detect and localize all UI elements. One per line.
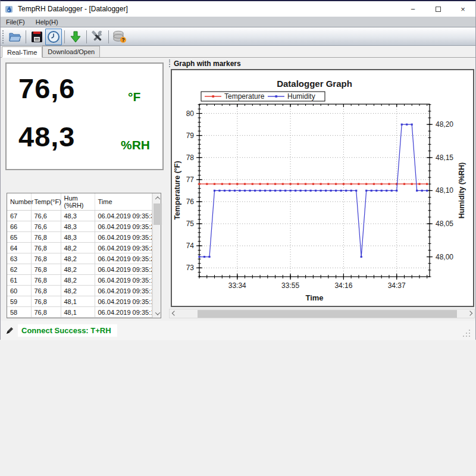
svg-text:77: 77 [186,176,195,184]
svg-text:76: 76 [186,198,195,206]
table-row[interactable]: 6076,848,206.04.2019 09:35:16 [7,286,152,296]
graph-box: Datalogger Graph737475767778798048,0048,… [171,69,474,307]
scroll-up-button[interactable] [153,193,162,202]
table-header-row: NumberTemp(°F)Hum (%RH)Time [7,193,152,211]
svg-text:33:34: 33:34 [228,281,246,290]
table-cell: 48,3 [61,232,95,243]
download-button[interactable] [67,29,84,45]
menu-file[interactable]: File(F) [1,17,30,27]
table-cell: 67 [7,211,31,221]
table-column-header[interactable]: Time [95,193,152,211]
table-row[interactable]: 5876,848,106.04.2019 09:35:12 [7,307,152,318]
table-cell: 48,2 [61,264,95,275]
humidity-unit: %RH [121,138,150,152]
table-cell: 48,2 [61,275,95,286]
save-button[interactable] [29,29,45,45]
table-cell: 58 [7,307,31,318]
window-title: TempRH Datalogger - [Datalogger] [18,5,128,13]
svg-text:Humidity: Humidity [287,92,315,101]
scroll-down-button[interactable] [153,309,162,318]
data-table: NumberTemp(°F)Hum (%RH)Time 6776,648,306… [7,193,161,318]
temperature-value: 76,6 [18,72,75,105]
table-scrollbar[interactable] [152,193,161,318]
graph-panel-header: Graph with markers [169,59,241,68]
database-question-icon: ? [112,30,127,44]
tools-button[interactable] [89,29,106,45]
table-cell: 06.04.2019 09:35:16 [95,286,152,296]
toolbar-grip[interactable] [2,30,4,43]
table-cell: 06.04.2019 09:35:23 [95,253,152,264]
svg-text:80: 80 [186,109,195,118]
table-cell: 76,8 [31,307,61,318]
humidity-value: 48,3 [18,120,75,153]
resize-grip-icon[interactable] [464,330,471,337]
table-row[interactable]: 6676,648,306.04.2019 09:35:29 [7,221,152,232]
table-cell: 66 [7,221,31,232]
table-row[interactable]: 6276,848,206.04.2019 09:35:21 [7,264,152,275]
menu-help[interactable]: Help(H) [30,17,64,27]
table-cell: 06.04.2019 09:35:14 [95,296,152,307]
table-cell: 06.04.2019 09:35:29 [95,221,152,232]
device-query-button[interactable]: ? [111,29,128,45]
minimize-button[interactable]: − [400,1,425,17]
close-button[interactable]: × [450,1,475,17]
table-cell: 48,3 [61,221,95,232]
svg-text:79: 79 [186,131,195,140]
maximize-icon [436,7,441,12]
table-cell: 48,1 [61,296,95,307]
open-file-button[interactable] [7,29,23,45]
table-cell: 06.04.2019 09:35:31 [95,211,152,221]
tools-icon [90,30,105,44]
toolbar-separator [26,30,26,43]
graph-scrollbar-thumb[interactable] [198,310,457,318]
svg-text:78: 78 [186,154,195,162]
chevron-up-icon [155,196,159,201]
table-body: 6776,648,306.04.2019 09:35:316676,648,30… [7,211,152,318]
table-cell: 64 [7,243,31,253]
toolbar-separator [86,30,87,43]
table-row[interactable]: 6776,648,306.04.2019 09:35:31 [7,211,152,221]
menu-bar: File(F) Help(H) [1,17,475,27]
time-button[interactable] [45,29,62,45]
table-cell: 06.04.2019 09:35:21 [95,264,152,275]
svg-text:?: ? [121,37,124,43]
table-cell: 61 [7,275,31,286]
tab-real-time[interactable]: Real-Time [2,46,42,58]
tab-download-open[interactable]: Download/Open [42,46,100,57]
svg-text:48,05: 48,05 [436,220,453,228]
table-cell: 76,8 [31,275,61,286]
table-row[interactable]: 6476,848,206.04.2019 09:35:25 [7,243,152,253]
maximize-button[interactable] [425,1,450,17]
chevron-right-icon [467,311,472,315]
table-column-header[interactable]: Number [7,193,31,211]
graph-panel-grip[interactable] [169,60,171,67]
table-row[interactable]: 6376,848,206.04.2019 09:35:23 [7,253,152,264]
table-cell: 48,1 [61,307,95,318]
chevron-down-icon [155,310,159,315]
svg-text:48,10: 48,10 [436,186,453,195]
status-message: Connect Success: T+RH [18,324,117,337]
table-cell: 60 [7,286,31,296]
graph-scrollbar[interactable] [169,309,475,318]
table-cell: 06.04.2019 09:35:27 [95,232,152,243]
table-cell: 62 [7,264,31,275]
table-column-header[interactable]: Temp(°F) [31,193,61,211]
chevron-left-icon [171,311,176,315]
table-scrollbar-thumb[interactable] [154,203,162,225]
pen-icon [5,326,14,335]
svg-text:33:55: 33:55 [281,281,299,290]
download-arrow-icon [69,30,82,43]
scroll-left-button[interactable] [170,309,178,318]
table-row[interactable]: 5976,848,106.04.2019 09:35:14 [7,296,152,307]
temperature-unit: °F [128,90,140,104]
svg-text:Temperature: Temperature [224,92,265,101]
table-cell: 76,6 [31,211,61,221]
table-column-header[interactable]: Hum (%RH) [61,193,95,211]
table-cell: 76,8 [31,264,61,275]
table-row[interactable]: 6576,848,306.04.2019 09:35:27 [7,232,152,243]
table-cell: 76,8 [31,286,61,296]
table-cell: 48,2 [61,286,95,296]
scroll-right-button[interactable] [465,309,474,318]
table-cell: 48,2 [61,253,95,264]
table-row[interactable]: 6176,848,206.04.2019 09:35:18 [7,275,152,286]
